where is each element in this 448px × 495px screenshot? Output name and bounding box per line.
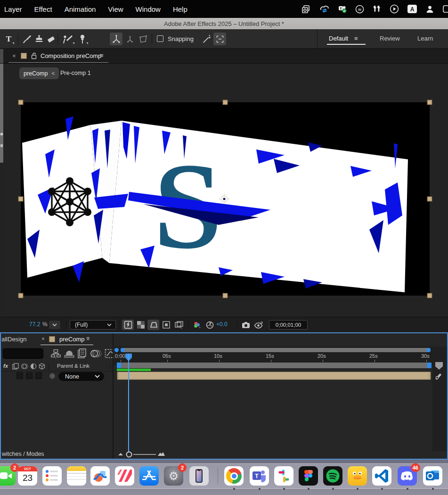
exposure-reset-icon[interactable]: [204, 320, 216, 330]
comp-tab-close-icon[interactable]: ×: [12, 52, 16, 59]
menu-effect[interactable]: Effect: [34, 5, 52, 13]
timeline-column-divider[interactable]: [113, 333, 114, 459]
dock-notes-icon[interactable]: [67, 466, 86, 486]
dock-figma-icon[interactable]: [299, 466, 318, 486]
channels-button[interactable]: [191, 320, 203, 330]
show-snapshot-button[interactable]: [253, 320, 264, 330]
pickwhip-icon[interactable]: ◎: [49, 372, 55, 379]
adjacent-panel-edge: [0, 49, 3, 63]
timeline-nav-dot[interactable]: [114, 348, 119, 352]
timeline-nav-bar[interactable]: [121, 348, 431, 352]
draft-3d-icon[interactable]: [64, 349, 75, 358]
tool-flyout-arrow: [12, 42, 14, 44]
account-icon[interactable]: [425, 5, 434, 14]
lock-open-icon[interactable]: [31, 52, 37, 59]
timeline-tab-alldesign[interactable]: allDesign: [1, 336, 26, 343]
airpods-icon[interactable]: [372, 5, 382, 14]
time-ruler[interactable]: 0:00s 05s 10s 15s 20s 25s 30s: [114, 353, 432, 363]
nav-bar-right-cap[interactable]: [427, 348, 431, 352]
dock-spotify-icon[interactable]: [323, 466, 342, 486]
menu-layer[interactable]: Layer: [4, 5, 22, 13]
w-circle-icon[interactable]: w: [355, 5, 364, 14]
creative-cloud-sync-icon[interactable]: [318, 5, 330, 13]
breadcrumb-current-chip[interactable]: preComp <: [19, 67, 59, 79]
timeline-search-input[interactable]: [3, 348, 43, 359]
dock-appstore-icon[interactable]: [139, 466, 159, 486]
dock-calendar-icon[interactable]: OCT 23: [18, 466, 37, 486]
ruler-tick-label: 25s: [369, 353, 378, 359]
menu-animation[interactable]: Animation: [65, 5, 96, 13]
comp-mini-flowchart-icon[interactable]: [50, 349, 61, 358]
layer-switch-box[interactable]: [35, 372, 42, 379]
breadcrumb-parent[interactable]: Pre-comp 1: [60, 70, 91, 76]
comp-tab-title[interactable]: Composition preComp: [41, 52, 101, 59]
magnification-value[interactable]: 77.2: [29, 321, 40, 328]
layer-marker-pen-icon[interactable]: [435, 372, 443, 380]
play-circle-icon[interactable]: [390, 4, 399, 14]
menu-window[interactable]: Window: [136, 5, 161, 13]
column-header-row: fx Parent & Link: [1, 362, 113, 371]
work-area-bar[interactable]: [117, 363, 432, 368]
workspace-tab-default[interactable]: Default: [329, 35, 348, 42]
motion-blur-icon[interactable]: [90, 349, 102, 358]
mask-visibility-button[interactable]: [147, 320, 159, 330]
resolution-dropdown[interactable]: (Full): [70, 320, 116, 330]
workspace-tab-review[interactable]: Review: [380, 35, 400, 42]
timecode-display[interactable]: 0;00;01;00: [269, 320, 308, 330]
work-area-end-handle[interactable]: [427, 363, 432, 368]
timeline-tab-close-icon[interactable]: ×: [41, 336, 45, 342]
dock-vscode-icon[interactable]: [372, 466, 391, 486]
magnification-dropdown-button[interactable]: [49, 320, 61, 330]
clone-stamp-tool[interactable]: [33, 33, 45, 45]
region-of-interest-button[interactable]: [160, 320, 172, 330]
work-area-start-handle[interactable]: [117, 363, 121, 368]
transparency-grid-button[interactable]: [135, 320, 147, 330]
dock-news-icon[interactable]: [115, 466, 134, 486]
dock-reminders-icon[interactable]: [42, 466, 62, 486]
fast-previews-button[interactable]: [122, 320, 134, 330]
comp-label-color-swatch[interactable]: [21, 53, 27, 59]
teams-status-icon[interactable]: T: [338, 5, 347, 14]
workspace-menu-icon[interactable]: ≡: [354, 35, 358, 42]
snap-options-button[interactable]: [213, 33, 226, 45]
breadcrumb-chevron: <: [51, 70, 55, 77]
eraser-tool[interactable]: [45, 33, 57, 45]
exposure-value[interactable]: +0.0: [216, 321, 228, 328]
layer-switch-box[interactable]: [26, 372, 33, 379]
workspace-tab-learn[interactable]: Learn: [417, 35, 433, 42]
local-axis-mode-button[interactable]: [110, 33, 122, 45]
timeline-tab-precomp[interactable]: preComp: [59, 336, 84, 343]
snapshot-button[interactable]: [240, 320, 252, 330]
parent-dropdown[interactable]: None: [58, 372, 104, 381]
outlook-status-icon[interactable]: [301, 5, 310, 14]
timeline-tab-menu-icon[interactable]: ≡: [86, 335, 90, 342]
roto-brush-tool[interactable]: [60, 33, 75, 45]
frame-blending-icon[interactable]: [77, 348, 87, 359]
composition-canvas[interactable]: S: [17, 99, 433, 299]
overscan-button[interactable]: [173, 320, 185, 330]
dock-slack-icon[interactable]: [274, 466, 293, 486]
puppet-pin-tool[interactable]: [76, 33, 89, 45]
layer-switch-box[interactable]: [16, 372, 23, 379]
dock-cyberduck-icon[interactable]: [348, 466, 367, 486]
dock-iphone-mirroring-icon[interactable]: [189, 466, 209, 486]
brush-tool[interactable]: [20, 33, 33, 45]
view-axis-mode-button[interactable]: [137, 33, 149, 45]
dock-teams-icon[interactable]: T: [250, 466, 269, 486]
nav-bar-left-cap[interactable]: [121, 348, 124, 352]
switches-modes-toggle[interactable]: witches / Modes: [2, 451, 44, 457]
menu-view[interactable]: View: [108, 5, 123, 13]
timeline-zoom-control[interactable]: [116, 450, 168, 458]
dock-chrome-icon[interactable]: [224, 466, 244, 486]
calendar-day: 23: [18, 471, 37, 485]
type-tool[interactable]: T: [2, 33, 15, 45]
menu-help[interactable]: Help: [173, 5, 187, 13]
snapping-checkbox[interactable]: [157, 35, 163, 42]
dock-outlook-icon[interactable]: [423, 466, 442, 486]
comp-tab-menu-icon[interactable]: ≡: [100, 52, 104, 59]
dock-freeform-icon[interactable]: [90, 466, 110, 486]
world-axis-mode-button[interactable]: [123, 33, 136, 45]
input-source-a-icon[interactable]: A: [407, 4, 417, 14]
snap-cursor-icon[interactable]: [200, 33, 213, 45]
layer-duration-bar[interactable]: [117, 371, 431, 380]
